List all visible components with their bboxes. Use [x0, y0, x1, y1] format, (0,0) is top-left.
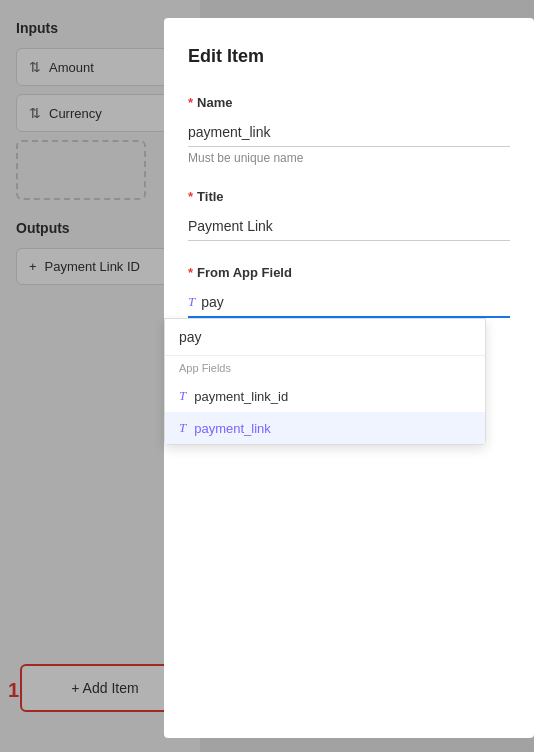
dropdown-item-payment-link-id[interactable]: T payment_link_id	[165, 380, 485, 412]
name-input[interactable]	[188, 118, 510, 147]
app-field-dropdown-menu: pay App Fields T payment_link_id T payme…	[164, 318, 486, 445]
title-label: * Title	[188, 189, 510, 204]
from-app-field-group: * From App Field T pay App Fields T paym…	[188, 265, 510, 318]
name-required-star: *	[188, 95, 193, 110]
from-app-field-input[interactable]	[201, 294, 510, 310]
dropdown-section-label: App Fields	[165, 356, 485, 380]
from-app-required-star: *	[188, 265, 193, 280]
field-type-icon: T	[188, 294, 195, 310]
payment-link-id-item-label: payment_link_id	[194, 389, 288, 404]
from-app-field-input-wrap: T	[188, 288, 510, 318]
from-app-field-dropdown-wrapper: T pay App Fields T payment_link_id T pay…	[188, 288, 510, 318]
from-app-field-label: * From App Field	[188, 265, 510, 280]
payment-link-item-label: payment_link	[194, 421, 271, 436]
modal-title: Edit Item	[188, 46, 510, 67]
payment-link-type-icon: T	[179, 420, 186, 436]
payment-link-id-type-icon: T	[179, 388, 186, 404]
name-hint: Must be unique name	[188, 151, 510, 165]
dropdown-item-payment-link[interactable]: T payment_link	[165, 412, 485, 444]
edit-item-modal: Edit Item * Name Must be unique name * T…	[164, 18, 534, 738]
title-required-star: *	[188, 189, 193, 204]
name-form-group: * Name Must be unique name	[188, 95, 510, 165]
dropdown-typed-value: pay	[165, 319, 485, 356]
title-form-group: * Title	[188, 189, 510, 241]
name-label: * Name	[188, 95, 510, 110]
title-input[interactable]	[188, 212, 510, 241]
